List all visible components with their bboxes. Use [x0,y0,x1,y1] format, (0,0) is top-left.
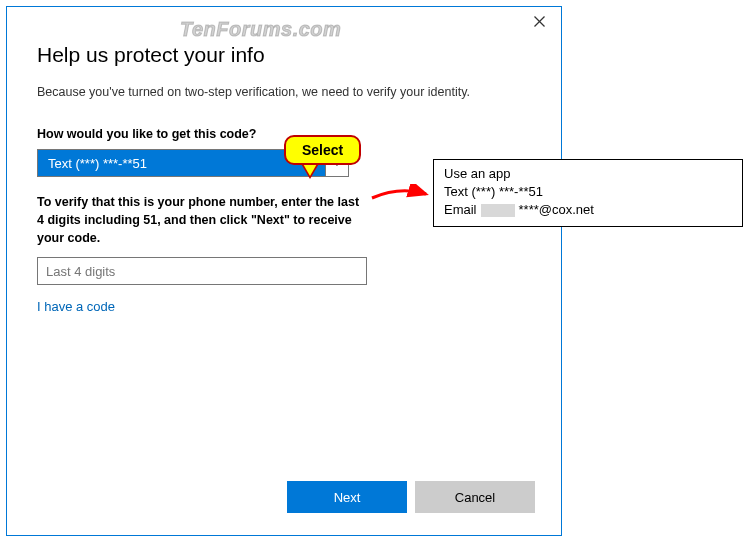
next-button[interactable]: Next [287,481,407,513]
page-title: Help us protect your info [37,43,531,67]
redacted-block [481,204,515,217]
close-button[interactable] [519,8,559,34]
method-options-popup: Use an app Text (***) ***-**51 Email ***… [433,159,743,227]
cancel-button[interactable]: Cancel [415,481,535,513]
last4-placeholder: Last 4 digits [46,264,115,279]
button-row: Next Cancel [287,481,535,513]
have-code-link[interactable]: I have a code [37,299,531,314]
option-use-app[interactable]: Use an app [444,165,732,183]
close-icon [534,16,545,27]
method-select-value: Text (***) ***-**51 [37,149,325,177]
option-email[interactable]: Email ****@cox.net [444,201,732,219]
titlebar [7,7,561,35]
option-email-prefix: Email [444,201,477,219]
verify-instruction: To verify that this is your phone number… [37,193,367,247]
option-email-suffix: ****@cox.net [519,201,594,219]
last4-input[interactable]: Last 4 digits [37,257,367,285]
select-callout: Select [284,135,361,165]
option-text[interactable]: Text (***) ***-**51 [444,183,732,201]
method-prompt: How would you like to get this code? [37,127,531,141]
verification-dialog: Help us protect your info Because you've… [6,6,562,536]
arrow-icon [370,184,436,206]
page-subtitle: Because you've turned on two-step verifi… [37,85,531,99]
